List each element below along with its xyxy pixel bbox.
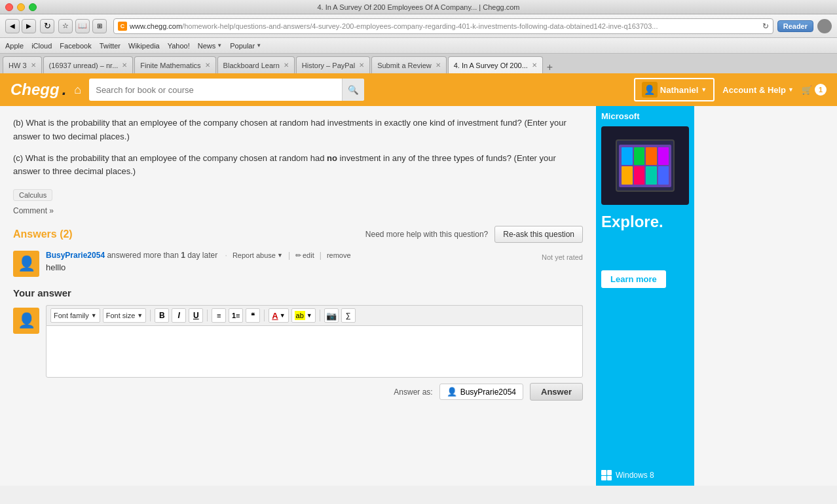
need-help-text: Need more help with this question?: [365, 230, 488, 239]
tab-close-icon[interactable]: ✕: [205, 62, 210, 69]
maximize-button[interactable]: [29, 3, 37, 11]
bookmark-item-yahoo[interactable]: Yahoo!: [168, 42, 190, 50]
reader-button[interactable]: Reader: [777, 20, 813, 32]
search-button[interactable]: 🔍: [342, 79, 364, 101]
font-color-icon: A: [272, 311, 278, 321]
chegg-logo[interactable]: Chegg.: [10, 81, 66, 99]
tab-finite-math[interactable]: Finite Mathematics ✕: [134, 56, 215, 73]
reload-icon[interactable]: ↻: [762, 22, 769, 31]
bookmark-item-twitter[interactable]: Twitter: [100, 42, 121, 50]
remove-link[interactable]: remove: [327, 251, 351, 259]
favicon: C: [118, 22, 127, 31]
search-icon: 🔍: [348, 85, 359, 95]
bookmark-item-news[interactable]: News ▼: [198, 42, 222, 50]
app-tile: [658, 147, 669, 166]
bookmark-item-wikipedia[interactable]: Wikipedia: [128, 42, 160, 50]
italic-button[interactable]: I: [172, 308, 186, 323]
answer-as-username: BusyPrarie2054: [460, 387, 516, 397]
new-tab-button[interactable]: +: [544, 62, 555, 73]
font-size-select[interactable]: Font size ▼: [103, 308, 147, 323]
bookmark-item-facebook[interactable]: Facebook: [60, 42, 91, 50]
calculus-tag[interactable]: Calculus: [13, 189, 52, 201]
app-tile: [634, 147, 645, 166]
bookmark-item-icloud[interactable]: iCloud: [31, 42, 52, 50]
chevron-down-icon: ▼: [277, 252, 283, 259]
comment-link[interactable]: Comment »: [13, 206, 583, 215]
toolbar-separator: [264, 310, 265, 321]
tab-close-icon[interactable]: ✕: [532, 62, 537, 69]
home-icon[interactable]: ⌂: [74, 83, 81, 97]
extension-button[interactable]: [817, 19, 832, 33]
sidebar-ad: Microsoft: [596, 106, 694, 486]
submit-answer-button[interactable]: Answer: [530, 383, 583, 401]
answer-item: 👤 BusyPrarie2054 answered more than 1 da…: [13, 251, 583, 277]
app-tile: [622, 147, 633, 166]
tab-unread[interactable]: (16937 unread) – nr... ✕: [43, 56, 134, 73]
font-color-button[interactable]: A ▼: [269, 308, 288, 323]
chevron-down-icon: ▼: [217, 43, 222, 48]
unordered-list-button[interactable]: ≡: [212, 308, 226, 323]
toolbar-separator: [207, 310, 208, 321]
cart-icon: 🛒: [802, 85, 812, 95]
url-domain: www.chegg.com: [130, 22, 182, 30]
show-all-tabs-button[interactable]: ⊞: [92, 19, 107, 33]
image-upload-button[interactable]: 📷: [324, 308, 339, 323]
bold-button[interactable]: B: [155, 308, 169, 323]
browser-toolbar: ◀ ▶ ↻ ☆ 📖 ⊞ C www.chegg.com/homework-hel…: [0, 14, 837, 38]
tabs-bar: HW 3 ✕ (16937 unread) – nr... ✕ Finite M…: [0, 54, 837, 73]
answer-as-user: 👤 BusyPrarie2054: [439, 384, 523, 400]
formula-button[interactable]: ∑: [341, 308, 356, 323]
tab-close-icon[interactable]: ✕: [436, 62, 441, 69]
close-button[interactable]: [5, 3, 13, 11]
content-wrapper: (b) What is the probability that an empl…: [0, 106, 837, 486]
url-bar[interactable]: C www.chegg.com/homework-help/questions-…: [113, 18, 773, 34]
highlight-icon: ab: [295, 311, 305, 320]
underline-button[interactable]: U: [189, 308, 203, 323]
tab-history-paypal[interactable]: History – PayPal ✕: [296, 56, 370, 73]
tab-close-icon[interactable]: ✕: [284, 62, 289, 69]
bookmark-item-apple[interactable]: Apple: [5, 42, 24, 50]
answer-text-input[interactable]: [46, 325, 583, 378]
minimize-button[interactable]: [17, 3, 25, 11]
pencil-icon: ✏: [295, 251, 301, 260]
tab-active[interactable]: 4. In A Survey Of 200... ✕: [448, 56, 543, 73]
reload-button[interactable]: ↻: [40, 19, 54, 33]
ad-image: [601, 126, 689, 205]
tab-close-icon[interactable]: ✕: [359, 62, 364, 69]
answer-username-link[interactable]: BusyPrarie2054: [46, 251, 105, 260]
search-input[interactable]: [89, 85, 342, 95]
blockquote-button[interactable]: ❝: [246, 308, 260, 323]
answer-meta-actions: · Report abuse ▼ | ✏ edit |: [225, 251, 351, 260]
tab-close-icon[interactable]: ✕: [31, 62, 36, 69]
tab-hw3[interactable]: HW 3 ✕: [3, 56, 42, 73]
edit-link[interactable]: ✏ edit: [295, 251, 314, 260]
answer-content: helllo: [46, 262, 583, 272]
camera-icon: 📷: [326, 311, 337, 321]
learn-more-button[interactable]: Learn more: [601, 270, 666, 288]
editor-avatar: 👤: [13, 308, 39, 334]
answer-avatar: 👤: [13, 251, 39, 277]
tab-submit-review[interactable]: Submit a Review ✕: [371, 56, 447, 73]
window-buttons[interactable]: [5, 3, 37, 11]
tab-blackboard[interactable]: Blackboard Learn ✕: [217, 56, 295, 73]
back-button[interactable]: ◀: [5, 19, 20, 33]
ordered-list-button[interactable]: 1≡: [229, 308, 243, 323]
ad-brand: Microsoft: [601, 111, 689, 121]
reask-button[interactable]: Re-ask this question: [494, 226, 583, 243]
tab-close-icon[interactable]: ✕: [122, 62, 127, 69]
reading-list-button[interactable]: 📖: [75, 19, 90, 33]
font-family-select[interactable]: Font family ▼: [50, 308, 100, 323]
bookmark-button[interactable]: ☆: [58, 19, 73, 33]
report-abuse-link[interactable]: Report abuse ▼: [232, 251, 283, 259]
forward-button[interactable]: ▶: [22, 19, 36, 33]
header-right: 👤 Nathaniel ▼ Account & Help ▼ 🛒 1: [634, 78, 827, 101]
highlight-color-button[interactable]: ab ▼: [291, 308, 316, 323]
bookmark-item-popular[interactable]: Popular ▼: [230, 42, 261, 50]
person-icon: 👤: [18, 312, 35, 329]
cart-count: 1: [815, 84, 827, 96]
ad-headline: Explore.: [601, 213, 689, 231]
account-help-button[interactable]: Account & Help ▼: [722, 85, 794, 95]
chevron-down-icon: ▼: [788, 86, 794, 93]
user-menu-button[interactable]: 👤 Nathaniel ▼: [634, 78, 715, 101]
cart-button[interactable]: 🛒 1: [802, 84, 827, 96]
